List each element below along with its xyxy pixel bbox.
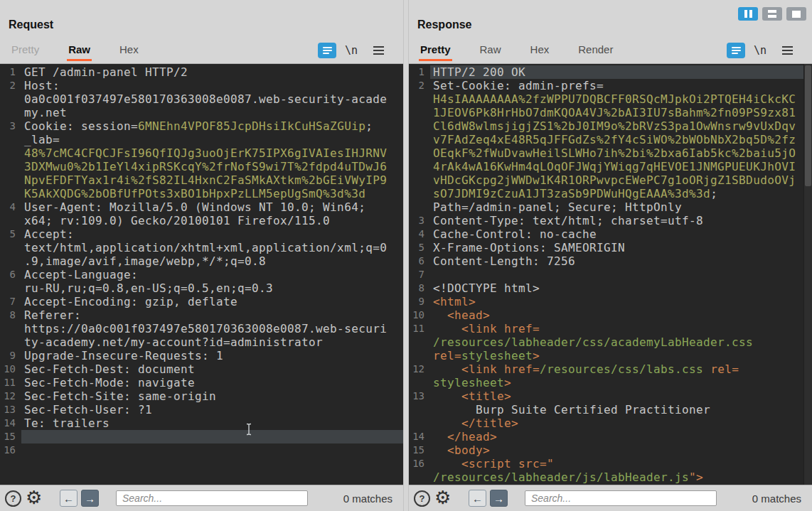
line-number: 4	[409, 227, 430, 241]
settings-gear-button[interactable]: ⚙	[434, 487, 451, 508]
line-content: Accept:	[21, 227, 403, 241]
editor-line[interactable]: 4Cache-Control: no-cache	[409, 227, 812, 241]
editor-line[interactable]: 1HTTP/2 200 OK	[409, 65, 812, 79]
editor-line[interactable]: text/html,application/xhtml+xml,applicat…	[0, 241, 403, 254]
scrollbar-thumb[interactable]	[805, 65, 811, 186]
editor-line[interactable]: Burp Suite Certified Practitioner	[409, 403, 812, 416]
editor-line[interactable]: 7Accept-Encoding: gzip, deflate	[0, 295, 403, 308]
editor-line[interactable]: 48%7cMC4CFQCJFsI96QfIQJg3uoOjErK75IPX6gI…	[0, 146, 403, 160]
search-prev-button[interactable]: ←	[60, 490, 78, 507]
tab-raw[interactable]: Raw	[67, 41, 92, 61]
editor-line[interactable]: 16	[0, 443, 403, 457]
editor-line[interactable]: 12 <link href=/resources/css/labs.css re…	[409, 362, 812, 376]
editor-line[interactable]: 7	[409, 268, 812, 281]
editor-line[interactable]: 6Accept-Language:	[0, 268, 403, 281]
editor-line[interactable]: NpvEFDFTYax1r4i%2fS82IL4HxnC2FaSMkAXtkm%…	[0, 173, 403, 187]
tab-raw[interactable]: Raw	[479, 41, 503, 61]
editor-line[interactable]: .9,image/avif,image/webp,*/*;q=0.8	[0, 254, 403, 268]
editor-line[interactable]: 6Content-Length: 7256	[409, 254, 812, 268]
editor-line[interactable]: 15	[0, 430, 403, 443]
editor-line[interactable]: 1JEOV6Pk8HrHbO7dmKQOA4VJ%2bAI3IU7sBahm%2…	[409, 106, 812, 119]
editor-line[interactable]: 15 <body>	[409, 443, 812, 457]
editor-line[interactable]: 10 <head>	[409, 308, 812, 322]
editor-line[interactable]: x64; rv:109.0) Gecko/20100101 Firefox/11…	[0, 214, 403, 227]
editor-line[interactable]: _lab=	[0, 133, 403, 146]
nonprintable-chars-toggle[interactable]: \n	[751, 43, 769, 58]
tab-pretty[interactable]: Pretty	[10, 41, 41, 61]
editor-line[interactable]: 8Referer:	[0, 308, 403, 322]
layout-columns-button[interactable]	[738, 7, 758, 21]
search-next-button[interactable]: →	[81, 490, 99, 507]
editor-line[interactable]: 1GET /admin-panel HTTP/2	[0, 65, 403, 79]
layout-single-button[interactable]	[786, 7, 806, 21]
line-number	[0, 106, 21, 119]
editor-line[interactable]: 13Sec-Fetch-User: ?1	[0, 403, 403, 416]
editor-line[interactable]: 10Sec-Fetch-Dest: document	[0, 362, 403, 376]
editor-line[interactable]: 16 <script src="	[409, 457, 812, 470]
search-next-button[interactable]: →	[490, 490, 508, 507]
editor-line[interactable]: 2Host:	[0, 79, 403, 92]
editor-line[interactable]: ru-RU,ru;q=0.8,en-US;q=0.5,en;q=0.3	[0, 281, 403, 295]
editor-line[interactable]: 9Upgrade-Insecure-Requests: 1	[0, 349, 403, 362]
editor-line[interactable]: 5Accept:	[0, 227, 403, 241]
line-number: 6	[0, 268, 21, 281]
settings-gear-button[interactable]: ⚙	[26, 487, 42, 508]
line-content: Referer:	[21, 308, 403, 322]
editor-line[interactable]: 14 </head>	[409, 430, 812, 443]
editor-line[interactable]: ty-academy.net/my-account?id=administrat…	[0, 335, 403, 349]
editor-line[interactable]: K5AkXQDG%2bOBfUfPOts3xBO1bHpxPzLLM5epUgS…	[0, 187, 403, 200]
editor-line[interactable]: 14Te: trailers	[0, 416, 403, 430]
editor-line[interactable]: stylesheet>	[409, 376, 812, 389]
editor-line[interactable]: Path=/admin-panel; Secure; HttpOnly	[409, 200, 812, 214]
editor-line[interactable]: 4rAk4wA16KwHm4qLOqOFJWqjYWiqg7qHEVOE1JNM…	[409, 160, 812, 173]
tab-hex[interactable]: Hex	[529, 41, 551, 61]
response-tabs: PrettyRawHexRender	[419, 41, 614, 63]
help-button[interactable]: ?	[5, 490, 21, 507]
editor-line[interactable]: Cl6dW8wlmsjigjZS1%2bJ0IM9o%2bRVzS3pa1OwW…	[409, 119, 812, 133]
editor-menu-button[interactable]	[778, 43, 796, 58]
editor-line[interactable]: 9<html>	[409, 295, 812, 308]
tab-render[interactable]: Render	[577, 41, 614, 61]
editor-line[interactable]: 0a0c001f037497e580170363008e0087.web-sec…	[0, 92, 403, 106]
editor-line[interactable]: 8<!DOCTYPE html>	[409, 281, 812, 295]
editor-line[interactable]: my.net	[0, 106, 403, 119]
editor-line[interactable]: </title>	[409, 416, 812, 430]
editor-line[interactable]: https://0a0c001f037497e580170363008e0087…	[0, 322, 403, 335]
line-content: <link href=/resources/css/labs.css rel=	[430, 362, 812, 376]
tab-hex[interactable]: Hex	[118, 41, 140, 61]
scrollbar[interactable]	[803, 64, 812, 485]
editor-line[interactable]: 13 <title>	[409, 389, 812, 403]
search-prev-button[interactable]: ←	[469, 490, 486, 507]
request-header: Request PrettyRawHex \n	[0, 0, 403, 64]
panel-splitter[interactable]	[403, 0, 409, 511]
editor-line[interactable]: H4sIAAAAAAAA%2fzWPPU7DQBCFF0RSQcMJpkOi2P…	[409, 92, 812, 106]
editor-line[interactable]: sO7JDMI9zCzuA1JT3zaSb9PDWuHQgEAAA%3d%3d;	[409, 187, 812, 200]
help-button[interactable]: ?	[414, 490, 430, 507]
layout-rows-button[interactable]	[762, 7, 782, 21]
line-number	[409, 187, 430, 200]
editor-line[interactable]: 3DXMwu0%2b1IeYl4xipRSKcqY%2frNofS9wi7T%2…	[0, 160, 403, 173]
request-editor[interactable]: 1GET /admin-panel HTTP/22Host:0a0c001f03…	[0, 64, 403, 485]
editor-line[interactable]: 11Sec-Fetch-Mode: navigate	[0, 376, 403, 389]
editor-line[interactable]: 5X-Frame-Options: SAMEORIGIN	[409, 241, 812, 254]
editor-line[interactable]: 3Cookie: session=6MNEhn4VPOF85JcpDHsiIkC…	[0, 119, 403, 133]
editor-line[interactable]: 11 <link href=	[409, 322, 812, 335]
nonprintable-chars-toggle[interactable]: \n	[342, 43, 360, 58]
editor-line[interactable]: 3Content-Type: text/html; charset=utf-8	[409, 214, 812, 227]
editor-line[interactable]: rel=stylesheet>	[409, 349, 812, 362]
editor-line[interactable]: vHDcGKcpg2jWWDw1K4R1ORPwvpcEWePC7g1oORjg…	[409, 173, 812, 187]
editor-line[interactable]: /resources/labheader/js/labHeader.js">	[409, 470, 812, 484]
tab-pretty[interactable]: Pretty	[419, 41, 452, 61]
search-input[interactable]	[525, 490, 717, 506]
editor-line[interactable]: 2Set-Cookie: admin-prefs=	[409, 79, 812, 92]
editor-line[interactable]: /resources/labheader/css/academyLabHeade…	[409, 335, 812, 349]
editor-line[interactable]: 4User-Agent: Mozilla/5.0 (Windows NT 10.…	[0, 200, 403, 214]
editor-line[interactable]: 12Sec-Fetch-Site: same-origin	[0, 389, 403, 403]
search-input[interactable]	[116, 490, 308, 506]
editor-line[interactable]: OEqkF%2fWuDvawHeilSLWHo7ih%2bi%2bxa6Iab5…	[409, 146, 812, 160]
response-editor[interactable]: 1HTTP/2 200 OK2Set-Cookie: admin-prefs=H…	[409, 64, 812, 485]
wrap-lines-button[interactable]	[318, 43, 336, 58]
wrap-lines-button[interactable]	[727, 43, 745, 58]
editor-menu-button[interactable]	[369, 43, 388, 58]
editor-line[interactable]: v7FAdZeq4xE48R5qJFFGdZs%2fY4cSiWO%2bWObN…	[409, 133, 812, 146]
